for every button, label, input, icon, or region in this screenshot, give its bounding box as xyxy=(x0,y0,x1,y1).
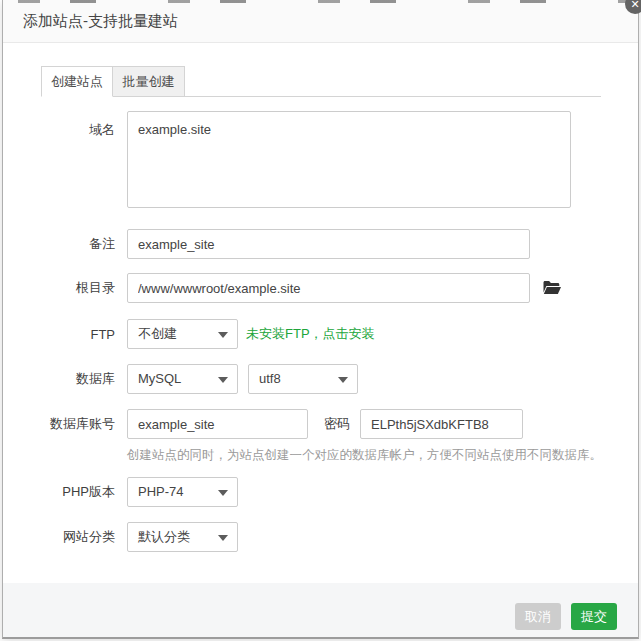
db-type-select-value: MySQL xyxy=(138,371,181,386)
database-row: 数据库 MySQL utf8 xyxy=(3,364,638,394)
tab-bar: 创建站点 批量创建 xyxy=(41,66,601,97)
site-category-row: 网站分类 默认分类 xyxy=(3,522,638,552)
db-account-row: 数据库账号 密码 xyxy=(3,409,638,439)
dialog-footer: 取消 提交 xyxy=(3,583,638,637)
dialog-title: 添加站点-支持批量建站 xyxy=(23,12,178,31)
site-category-select-value: 默认分类 xyxy=(138,529,190,544)
db-charset-select[interactable]: utf8 xyxy=(248,364,358,394)
root-dir-browse-button[interactable] xyxy=(543,280,561,296)
ftp-select[interactable]: 不创建 xyxy=(127,319,238,349)
chevron-down-icon xyxy=(218,332,228,338)
domain-label: 域名 xyxy=(3,111,115,139)
site-category-label: 网站分类 xyxy=(3,528,115,546)
site-category-select[interactable]: 默认分类 xyxy=(127,522,238,552)
db-account-label: 数据库账号 xyxy=(3,415,115,433)
close-icon: ✕ xyxy=(630,0,639,11)
remark-row: 备注 xyxy=(3,229,638,259)
cancel-button[interactable]: 取消 xyxy=(515,603,561,630)
ftp-row: FTP 不创建 未安装FTP，点击安装 xyxy=(3,319,638,349)
tab-create-site[interactable]: 创建站点 xyxy=(41,66,113,97)
php-version-label: PHP版本 xyxy=(3,483,115,501)
php-version-select[interactable]: PHP-74 xyxy=(127,477,238,507)
tab-batch-create[interactable]: 批量创建 xyxy=(113,66,185,97)
ftp-install-link[interactable]: 未安装FTP，点击安装 xyxy=(246,325,375,343)
domain-textarea[interactable]: example.site xyxy=(127,111,571,208)
submit-button[interactable]: 提交 xyxy=(571,603,617,630)
php-version-row: PHP版本 PHP-74 xyxy=(3,477,638,507)
db-charset-select-value: utf8 xyxy=(259,371,281,386)
ftp-select-value: 不创建 xyxy=(138,326,177,341)
root-dir-row: 根目录 xyxy=(3,273,638,303)
chevron-down-icon xyxy=(218,490,228,496)
chevron-down-icon xyxy=(218,535,228,541)
root-dir-input[interactable] xyxy=(127,273,530,303)
dialog-header: 添加站点-支持批量建站 xyxy=(3,0,638,43)
chevron-down-icon xyxy=(338,377,348,383)
db-type-select[interactable]: MySQL xyxy=(127,364,238,394)
folder-open-icon xyxy=(543,280,561,296)
page-behind-artifacts xyxy=(0,0,641,3)
root-dir-label: 根目录 xyxy=(3,279,115,297)
php-version-select-value: PHP-74 xyxy=(138,484,184,499)
domain-row: 域名 example.site xyxy=(3,111,638,208)
add-site-dialog: ✕ 添加站点-支持批量建站 创建站点 批量创建 域名 example.site … xyxy=(2,0,639,639)
remark-input[interactable] xyxy=(127,229,530,259)
db-password-label: 密码 xyxy=(324,415,350,433)
database-label: 数据库 xyxy=(3,370,115,388)
ftp-label: FTP xyxy=(3,327,115,342)
remark-label: 备注 xyxy=(3,235,115,253)
chevron-down-icon xyxy=(218,377,228,383)
db-password-input[interactable] xyxy=(360,409,523,439)
db-account-note: 创建站点的同时，为站点创建一个对应的数据库帐户，方便不同站点使用不同数据库。 xyxy=(127,447,638,464)
db-account-input[interactable] xyxy=(127,409,308,439)
